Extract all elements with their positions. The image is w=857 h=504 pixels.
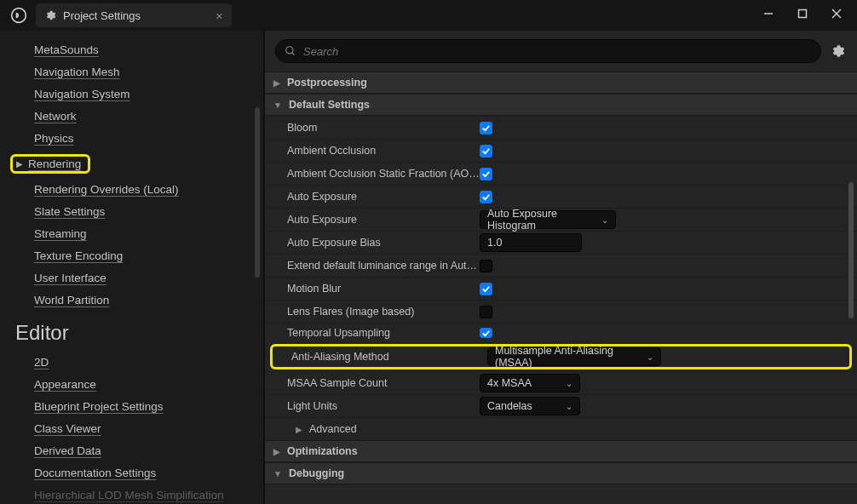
prop-label: Auto Exposure Bias bbox=[265, 237, 480, 249]
sidebar-heading-editor: Editor bbox=[15, 321, 263, 345]
prop-ambient-occlusion: Ambient Occlusion bbox=[265, 139, 857, 162]
prop-lens-flares: Lens Flares (Image based) bbox=[265, 300, 857, 323]
titlebar: Project Settings × bbox=[0, 0, 857, 31]
section-debugging[interactable]: ▼ Debugging bbox=[265, 462, 857, 484]
expand-icon: ▼ bbox=[273, 100, 282, 110]
content-scrollbar[interactable] bbox=[848, 182, 854, 352]
dropdown[interactable]: 4x MSAA⌄ bbox=[480, 374, 580, 392]
app-logo-icon bbox=[9, 5, 29, 26]
section-postprocessing[interactable]: ▶ Postprocessing bbox=[265, 72, 857, 94]
row-advanced[interactable]: ▶ Advanced bbox=[265, 417, 857, 440]
sidebar-item[interactable]: 2D bbox=[34, 352, 49, 373]
dropdown[interactable]: Auto Exposure Histogram⌄ bbox=[480, 210, 616, 229]
section-default-settings[interactable]: ▼ Default Settings bbox=[265, 94, 857, 116]
prop-extend-luminance: Extend default luminance range in Auto E… bbox=[265, 254, 857, 277]
section-label: Default Settings bbox=[289, 99, 370, 111]
prop-light-units: Light Units Candelas⌄ bbox=[265, 394, 857, 417]
prop-label: Temporal Upsampling bbox=[265, 327, 480, 339]
number-value: 1.0 bbox=[487, 237, 502, 249]
svg-point-5 bbox=[286, 47, 293, 54]
window-minimize-button[interactable] bbox=[751, 0, 785, 27]
section-label: Debugging bbox=[289, 467, 344, 479]
prop-label: Auto Exposure bbox=[265, 214, 480, 226]
search-box[interactable] bbox=[275, 39, 821, 63]
dropdown-value: Multisample Anti-Aliasing (MSAA) bbox=[495, 345, 638, 369]
prop-anti-aliasing-method: Anti-Aliasing Method Multisample Anti-Al… bbox=[270, 344, 852, 369]
tab-project-settings[interactable]: Project Settings × bbox=[36, 3, 232, 27]
sidebar-item[interactable]: Appearance bbox=[34, 374, 96, 395]
dropdown-value: 4x MSAA bbox=[487, 377, 532, 389]
number-input[interactable]: 1.0 bbox=[480, 233, 582, 252]
prop-ao-static-fraction: Ambient Occlusion Static Fraction (AO fo… bbox=[265, 162, 857, 185]
collapse-icon: ▶ bbox=[273, 447, 280, 456]
search-input[interactable] bbox=[303, 45, 812, 58]
checkbox[interactable] bbox=[480, 168, 492, 180]
advanced-label: Advanced bbox=[309, 423, 357, 435]
chevron-down-icon: ⌄ bbox=[601, 215, 608, 225]
expand-icon: ▶ bbox=[296, 425, 302, 434]
prop-label: Extend default luminance range in Auto E… bbox=[265, 260, 480, 272]
tab-close-button[interactable]: × bbox=[216, 9, 223, 23]
checkbox[interactable] bbox=[480, 283, 492, 295]
sidebar-item[interactable]: Rendering Overrides (Local) bbox=[34, 179, 179, 200]
sidebar-item-rendering[interactable]: ▶ Rendering bbox=[0, 150, 90, 178]
dropdown[interactable]: Candelas⌄ bbox=[480, 397, 580, 415]
svg-rect-2 bbox=[799, 10, 807, 18]
prop-label: Light Units bbox=[265, 400, 480, 412]
section-label: Optimizations bbox=[287, 445, 358, 457]
sidebar-item[interactable]: Navigation System bbox=[34, 83, 130, 105]
prop-motion-blur: Motion Blur bbox=[265, 277, 857, 300]
section-label: Postprocessing bbox=[287, 77, 367, 89]
sidebar-item[interactable]: MetaSounds bbox=[34, 39, 99, 60]
prop-auto-exposure-bias: Auto Exposure Bias 1.0 bbox=[265, 231, 857, 254]
prop-label: Lens Flares (Image based) bbox=[265, 306, 480, 318]
prop-auto-exposure: Auto Exposure bbox=[265, 185, 857, 208]
checkbox[interactable] bbox=[480, 260, 492, 272]
prop-msaa-count: MSAA Sample Count 4x MSAA⌄ bbox=[265, 371, 857, 394]
checkbox[interactable] bbox=[480, 191, 492, 203]
checkbox[interactable] bbox=[480, 122, 492, 135]
prop-temporal-upsampling: Temporal Upsampling bbox=[265, 323, 857, 342]
sidebar-item[interactable]: Streaming bbox=[34, 223, 87, 244]
sidebar-item[interactable]: Derived Data bbox=[34, 440, 101, 461]
section-optimizations[interactable]: ▶ Optimizations bbox=[265, 440, 857, 462]
sidebar-item[interactable]: Navigation Mesh bbox=[34, 61, 120, 83]
sidebar-item[interactable]: Class Viewer bbox=[34, 418, 101, 439]
dropdown-anti-aliasing[interactable]: Multisample Anti-Aliasing (MSAA)⌄ bbox=[487, 347, 661, 366]
checkbox[interactable] bbox=[480, 145, 492, 158]
prop-label: Anti-Aliasing Method bbox=[273, 351, 487, 363]
checkbox[interactable] bbox=[480, 306, 492, 318]
chevron-down-icon: ⌄ bbox=[566, 379, 572, 388]
dropdown-value: Auto Exposure Histogram bbox=[487, 208, 593, 232]
window-close-button[interactable] bbox=[820, 0, 854, 27]
chevron-down-icon: ⌄ bbox=[566, 402, 572, 411]
sidebar-scrollbar[interactable] bbox=[255, 39, 260, 329]
collapse-icon: ▶ bbox=[273, 78, 280, 88]
tab-gear-icon bbox=[44, 9, 56, 21]
svg-line-6 bbox=[292, 53, 295, 55]
prop-label: MSAA Sample Count bbox=[265, 377, 480, 389]
sidebar: MetaSounds Navigation Mesh Navigation Sy… bbox=[0, 31, 264, 504]
chevron-down-icon: ⌄ bbox=[647, 352, 653, 362]
prop-label: Auto Exposure bbox=[265, 191, 480, 203]
settings-gear-icon[interactable] bbox=[830, 43, 845, 59]
checkbox[interactable] bbox=[480, 328, 492, 338]
tab-title: Project Settings bbox=[63, 9, 141, 22]
sidebar-item[interactable]: Texture Encoding bbox=[34, 245, 123, 266]
sidebar-item[interactable]: World Partition bbox=[34, 289, 109, 311]
sidebar-item[interactable]: Hierarchical LOD Mesh Simplification bbox=[34, 484, 224, 504]
expand-icon: ▼ bbox=[273, 469, 282, 478]
sidebar-item[interactable]: User Interface bbox=[34, 267, 106, 289]
sidebar-item[interactable]: Slate Settings bbox=[34, 201, 105, 222]
expand-icon: ▶ bbox=[16, 159, 23, 169]
prop-bloom: Bloom bbox=[265, 116, 857, 139]
sidebar-item[interactable]: Blueprint Project Settings bbox=[34, 396, 164, 417]
window-maximize-button[interactable] bbox=[785, 0, 820, 27]
prop-auto-exposure-mode: Auto Exposure Auto Exposure Histogram⌄ bbox=[265, 208, 857, 231]
content-panel: ▶ Postprocessing ▼ Default Settings Bloo… bbox=[264, 31, 857, 504]
sidebar-item[interactable]: Network bbox=[34, 106, 77, 127]
prop-label: Motion Blur bbox=[265, 283, 480, 295]
sidebar-item[interactable]: Physics bbox=[34, 128, 74, 149]
sidebar-item[interactable]: Documentation Settings bbox=[34, 462, 156, 484]
search-icon bbox=[285, 45, 296, 57]
